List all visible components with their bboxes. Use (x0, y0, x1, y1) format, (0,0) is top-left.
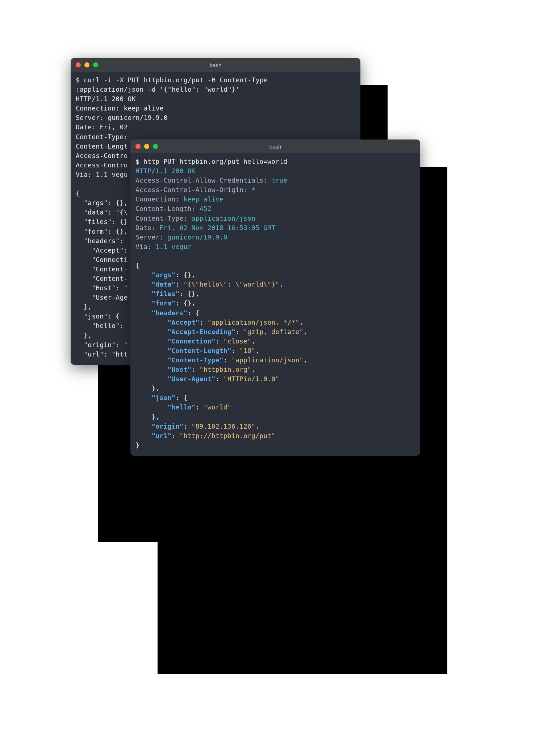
terminal-text-span: Via (135, 243, 147, 250)
terminal-text-span: Connection (135, 195, 175, 203)
terminal-text-span: Content-Length (135, 205, 192, 212)
terminal-text-span: : (263, 176, 267, 184)
terminal-text-span: , (192, 299, 196, 307)
terminal-text-span: } (135, 441, 139, 449)
terminal-line: "Accept": "application/json, */*", (135, 318, 415, 327)
terminal-text-span: : (175, 299, 183, 307)
terminal-line: "form": {}, (135, 299, 415, 308)
terminal-line: "files": {}, (135, 289, 415, 299)
terminal-text-span: : (183, 422, 191, 430)
maximize-icon[interactable] (153, 144, 158, 149)
terminal-text-span: 452 (196, 205, 212, 212)
terminal-line: "data": "{\"hello\": \"world\"}", (135, 280, 415, 289)
terminal-text-span: }, (135, 413, 159, 421)
window-title-1: bash (71, 62, 360, 68)
terminal-text-span: "args": {}, (76, 199, 128, 207)
terminal-text-span: "18" (239, 347, 255, 354)
terminal-line: "Content-Length": "18", (135, 346, 415, 355)
terminal-text-span: $ http PUT httpbin.org/put hello=world (135, 158, 287, 165)
terminal-line: $ curl -i -X PUT httpbin.org/put -H Cont… (76, 75, 355, 85)
terminal-text-span: "Host": " (76, 284, 128, 292)
terminal-text-span: Content-Lengt (76, 142, 128, 150)
minimize-icon[interactable] (84, 62, 89, 67)
terminal-line: "Content-Type": "application/json", (135, 355, 415, 365)
terminal-text-span: {} (183, 299, 191, 307)
terminal-text-span (135, 422, 151, 430)
terminal-text-span: : (223, 356, 231, 364)
minimize-icon[interactable] (144, 144, 149, 149)
traffic-lights-2 (130, 144, 158, 149)
terminal-text-span: HTTP/1.1 200 OK (76, 95, 136, 103)
terminal-text-span: , (304, 356, 308, 364)
titlebar-1[interactable]: bash (71, 58, 360, 72)
terminal-text-span (135, 328, 167, 336)
terminal-text-span: {} (188, 290, 196, 297)
terminal-text-span: {} (183, 271, 191, 279)
terminal-text-span: : (159, 233, 163, 241)
terminal-text-span: "89.102.136.126" (192, 422, 256, 430)
terminal-text-span: : (243, 186, 247, 193)
terminal-line: Content-Length: 452 (135, 204, 415, 213)
terminal-line: "Accept-Encoding": "gzip, deflate", (135, 327, 415, 337)
terminal-text-span: "Content-Length" (167, 347, 231, 354)
traffic-lights-1 (71, 62, 98, 67)
terminal-line (135, 251, 415, 261)
terminal-line: }, (135, 412, 415, 422)
terminal-line: Connection: keep-alive (76, 104, 355, 113)
terminal-line: } (135, 441, 415, 450)
terminal-text-span: : (216, 375, 223, 383)
terminal-text-span (135, 337, 167, 345)
terminal-line: "url": "http://httpbin.org/put" (135, 431, 415, 441)
terminal-text-span: , (304, 328, 308, 336)
terminal-text-span: , (196, 290, 200, 297)
close-icon[interactable] (135, 144, 141, 149)
terminal-text-span: : { (175, 394, 187, 401)
terminal-text-span (135, 280, 151, 288)
terminal-text-span: , (251, 366, 255, 373)
terminal-text-span: "Content- (76, 275, 128, 282)
terminal-text-span: "HTTPie/1.0.0" (223, 375, 280, 383)
terminal-text-span: : (179, 290, 187, 297)
terminal-text-span: : (196, 403, 204, 411)
terminal-text-span: "files" (151, 290, 179, 297)
stage: bash $ curl -i -X PUT httpbin.org/put -H… (0, 0, 560, 733)
terminal-text-span: , (279, 280, 283, 288)
terminal-line: "origin": "89.102.136.126", (135, 422, 415, 431)
terminal-text-span: 1.1 200 OK (155, 167, 195, 175)
maximize-icon[interactable] (93, 62, 98, 67)
terminal-line: }, (135, 384, 415, 393)
titlebar-2[interactable]: bash (130, 139, 420, 153)
terminal-text-span: , (255, 422, 259, 430)
terminal-text-span: "form": {}, (76, 228, 128, 235)
terminal-line: { (135, 261, 415, 270)
terminal-line: $ http PUT httpbin.org/put hello=world (135, 157, 415, 166)
terminal-line: "User-Agent": "HTTPie/1.0.0" (135, 374, 415, 384)
terminal-text-span: "Connection" (167, 337, 215, 345)
terminal-text-span: "application/json" (231, 356, 304, 364)
terminal-text-span: }, (76, 332, 92, 339)
terminal-text-span: "json": { (76, 312, 120, 320)
terminal-text-span: : (147, 243, 151, 250)
terminal-text-span: "url" (151, 432, 171, 440)
terminal-text-span: , (255, 347, 259, 354)
terminal-window-2[interactable]: bash $ http PUT httpbin.org/put hello=wo… (130, 139, 420, 456)
terminal-text-span: "User-Agent" (167, 375, 215, 383)
terminal-text-span: , (300, 318, 304, 326)
terminal-line: Access-Control-Allow-Origin: * (135, 185, 415, 195)
terminal-text-span: application/json (188, 215, 256, 222)
window-title-2: bash (130, 143, 420, 150)
terminal-text-span: Access-Contro (76, 152, 128, 159)
terminal-text-span: "{\"hello\": \"world\"}" (183, 280, 279, 288)
terminal-text-span: "Content- (76, 265, 128, 273)
close-icon[interactable] (76, 62, 81, 67)
terminal-text-span (135, 356, 167, 364)
terminal-text-span: : (235, 328, 243, 336)
terminal-text-span: Date: Fri, 02 (76, 123, 132, 131)
terminal-text-span: HTTP (135, 167, 151, 175)
terminal-body-2[interactable]: $ http PUT httpbin.org/put hello=worldHT… (130, 153, 420, 456)
terminal-text-span: true (267, 176, 287, 184)
terminal-text-span: { (135, 262, 139, 269)
terminal-text-span: "User-Age (76, 293, 128, 301)
terminal-line: Via: 1.1 vegur (135, 242, 415, 251)
terminal-text-span: "headers" (151, 309, 187, 317)
